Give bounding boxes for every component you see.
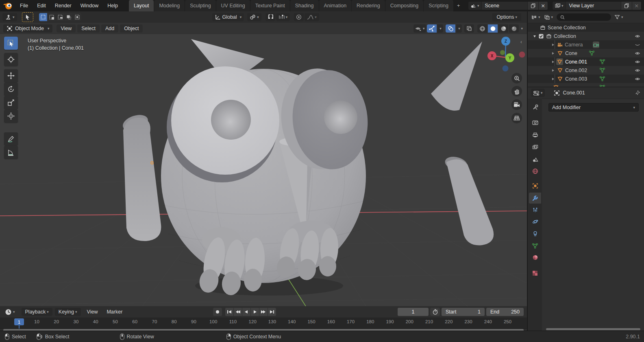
gizmo-axis-z-neg[interactable] xyxy=(503,66,509,72)
current-frame-field[interactable]: 1 xyxy=(398,308,429,316)
select-mode-subtract-button[interactable] xyxy=(56,13,64,21)
proportional-editing-toggle[interactable] xyxy=(294,13,304,21)
add-workspace-button[interactable]: + xyxy=(454,0,463,11)
object-visibility-dropdown[interactable]: ▾ xyxy=(413,24,426,33)
menu-window[interactable]: Window xyxy=(76,3,103,9)
tab-animation[interactable]: Animation xyxy=(319,0,352,11)
tab-world[interactable] xyxy=(529,166,541,177)
select-mode-extend-button[interactable] xyxy=(48,13,56,21)
expand-arrow-icon[interactable] xyxy=(551,77,555,81)
menu-file[interactable]: File xyxy=(15,3,33,9)
add-modifier-dropdown[interactable]: Add Modifier ▾ xyxy=(548,103,639,112)
tab-layout[interactable]: Layout xyxy=(129,0,154,11)
expand-arrow-icon[interactable] xyxy=(551,60,555,64)
playhead-line[interactable] xyxy=(19,325,20,329)
xray-toggle[interactable] xyxy=(464,24,474,33)
toggle-grid-button[interactable] xyxy=(511,113,522,123)
editor-type-selector[interactable]: ▾ xyxy=(2,13,17,21)
outliner-filter-dropdown[interactable]: ▾ xyxy=(543,13,555,21)
viewport-menu-view[interactable]: View xyxy=(57,24,76,33)
shading-dropdown[interactable]: ▾ xyxy=(521,26,523,31)
camera-hide-toggle[interactable] xyxy=(635,42,640,48)
cone-hide-toggle[interactable] xyxy=(635,50,640,56)
viewport-menu-object[interactable]: Object xyxy=(120,24,143,33)
menu-render[interactable]: Render xyxy=(50,3,76,9)
select-mode-invert-button[interactable] xyxy=(65,13,73,21)
tab-rendering[interactable]: Rendering xyxy=(352,0,385,11)
select-mode-intersect-button[interactable] xyxy=(73,13,81,21)
use-preview-range-toggle[interactable] xyxy=(430,308,440,316)
outliner-row-camera[interactable]: Camera xyxy=(528,40,644,49)
viewport-3d[interactable]: User Perspective (1) Collection | Cone.0… xyxy=(0,34,527,306)
view-layer-browse-icon[interactable]: ▾ xyxy=(553,2,566,10)
blender-logo-icon[interactable] xyxy=(3,1,13,11)
tab-modifiers[interactable] xyxy=(529,193,541,204)
timeline-ruler[interactable]: 1 10203040506070809010011012013014015016… xyxy=(0,318,527,329)
tab-tool[interactable] xyxy=(529,102,541,113)
collection-hide-toggle[interactable] xyxy=(635,33,640,39)
tab-physics[interactable] xyxy=(529,216,541,227)
view-layer-remove-button[interactable]: ✕ xyxy=(632,2,641,10)
mode-dropdown[interactable]: Object Mode ▾ xyxy=(3,24,52,33)
outliner-display-mode-dropdown[interactable]: ▾ xyxy=(530,13,542,21)
outliner-search-input[interactable] xyxy=(557,13,611,21)
frame-start-field[interactable]: Start1 xyxy=(442,308,485,316)
properties-scrollbar[interactable] xyxy=(546,328,640,330)
options-dropdown[interactable]: Options ▾ xyxy=(492,13,521,21)
play-reverse-button[interactable] xyxy=(242,308,250,316)
proportional-falloff-dropdown[interactable]: ▾ xyxy=(305,13,319,21)
view-layer-new-button[interactable] xyxy=(621,2,632,10)
cone-003-hide-toggle[interactable] xyxy=(635,76,640,82)
snap-settings-dropdown[interactable]: ▾ xyxy=(276,13,290,21)
timeline-editor-type[interactable]: ▾ xyxy=(2,308,17,316)
outliner-row-cone-002[interactable]: Cone.002 xyxy=(528,66,644,75)
cone-002-hide-toggle[interactable] xyxy=(635,67,640,73)
timeline-menu-keying[interactable]: Keying▾ xyxy=(55,308,81,316)
tool-move[interactable] xyxy=(4,69,18,82)
select-mode-set-button[interactable] xyxy=(39,13,47,21)
tool-scale[interactable] xyxy=(4,96,18,109)
properties-editor-type[interactable]: ▾ xyxy=(531,89,545,97)
tab-output[interactable] xyxy=(529,129,541,140)
tab-view-layer[interactable] xyxy=(529,142,541,153)
tool-annotate[interactable] xyxy=(4,132,18,145)
gizmo-dropdown[interactable]: ▾ xyxy=(437,24,443,33)
shading-material-button[interactable] xyxy=(498,24,508,33)
snap-toggle[interactable] xyxy=(265,13,275,21)
scene-name-field[interactable]: Scene xyxy=(482,2,527,10)
tab-constraints[interactable] xyxy=(529,228,541,239)
menu-help[interactable]: Help xyxy=(103,3,122,9)
prev-keyframe-button[interactable] xyxy=(234,308,242,316)
tab-shading[interactable]: Shading xyxy=(290,0,319,11)
outliner-row-collection[interactable]: Collection xyxy=(528,32,644,40)
zoom-view-button[interactable] xyxy=(511,73,522,83)
outliner-row-partial[interactable] xyxy=(528,83,644,87)
collection-checkbox[interactable] xyxy=(539,34,544,39)
tab-scripting[interactable]: Scripting xyxy=(424,0,453,11)
scene-new-button[interactable] xyxy=(527,2,538,10)
pan-view-button[interactable] xyxy=(511,86,522,96)
tab-sculpting[interactable]: Sculpting xyxy=(185,0,215,11)
tool-select-box[interactable] xyxy=(4,37,18,50)
tab-object[interactable] xyxy=(529,180,541,191)
viewport-menu-add[interactable]: Add xyxy=(101,24,118,33)
collapse-arrow-icon[interactable] xyxy=(533,35,536,38)
scene-unlink-button[interactable]: ✕ xyxy=(538,2,548,10)
play-button[interactable] xyxy=(251,308,259,316)
view-layer-name-field[interactable]: View Layer xyxy=(566,2,621,10)
overlays-toggle[interactable] xyxy=(446,24,455,33)
viewport-menu-select[interactable]: Select xyxy=(77,24,100,33)
sidebar-toggle-arrow[interactable]: ‹ xyxy=(520,39,522,45)
menu-edit[interactable]: Edit xyxy=(33,3,50,9)
timeline-menu-marker[interactable]: Marker xyxy=(102,309,127,315)
cone-001-hide-toggle[interactable] xyxy=(635,59,640,65)
tab-uv-editing[interactable]: UV Editing xyxy=(216,0,250,11)
tool-rotate[interactable] xyxy=(4,83,18,96)
tool-measure[interactable] xyxy=(4,146,18,159)
expand-arrow-icon[interactable] xyxy=(551,52,555,55)
scene-browse-icon[interactable]: ▾ xyxy=(468,2,482,10)
tab-scene[interactable] xyxy=(529,154,541,165)
tool-cursor[interactable] xyxy=(4,53,18,66)
tab-render[interactable] xyxy=(529,117,541,128)
outliner-filter-funnel[interactable]: ▾ xyxy=(614,13,624,21)
